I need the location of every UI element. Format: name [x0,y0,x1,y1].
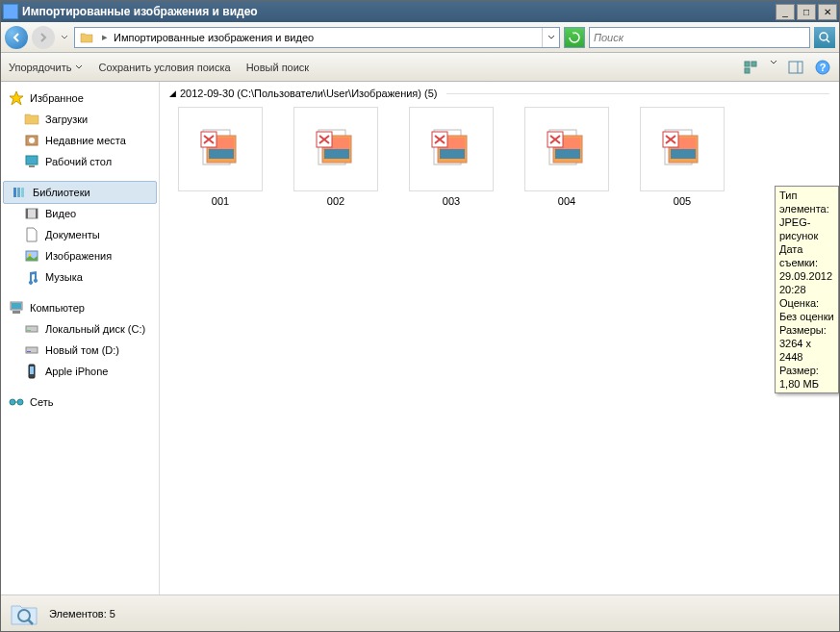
breadcrumb-text[interactable]: Импортированные изображения и видео [112,32,316,43]
sidebar-desktop[interactable]: Рабочий стол [1,151,159,172]
sidebar-computer[interactable]: Компьютер [1,297,159,318]
command-bar: Упорядочить Сохранить условия поиска Нов… [1,53,839,82]
refresh-button[interactable] [564,27,585,48]
image-file-icon [313,126,359,172]
search-input[interactable] [590,32,809,43]
sidebar-favorites[interactable]: Избранное [1,88,159,109]
svg-rect-5 [789,62,802,73]
music-icon [24,269,39,285]
sidebar-downloads[interactable]: Загрузки [1,109,159,130]
file-list-area: ◢ 2012-09-30 (C:\Пользователи\User\Изобр… [160,82,839,594]
network-icon [9,394,24,410]
image-file-icon [197,126,243,172]
libraries-icon [12,185,27,200]
file-thumbnail[interactable]: 004 [523,107,610,207]
sidebar-label: Библиотеки [33,187,90,198]
svg-rect-46 [440,149,465,159]
status-text: Элементов: 5 [49,608,115,619]
folder-icon [79,30,94,45]
search-button[interactable] [814,27,835,48]
back-button[interactable] [5,26,28,49]
svg-rect-17 [26,209,28,218]
sidebar-music[interactable]: Музыка [1,266,159,288]
svg-rect-27 [27,351,31,352]
thumbnail-frame [293,107,378,191]
address-dropdown[interactable] [542,28,559,47]
sidebar-label: Музыка [45,271,83,283]
status-bar: Элементов: 5 [1,594,839,631]
sidebar-label: Изображения [45,250,112,262]
group-header[interactable]: ◢ 2012-09-30 (C:\Пользователи\User\Изобр… [169,88,829,99]
tooltip-line: Оценка: Без оценки [779,296,834,323]
sidebar-label: Документы [45,229,100,240]
file-label: 004 [558,195,575,207]
svg-rect-11 [26,156,38,164]
minimize-button[interactable]: _ [776,4,795,20]
image-file-icon [659,126,705,172]
sidebar-videos[interactable]: Видео [1,203,159,224]
organize-button[interactable]: Упорядочить [9,62,83,73]
svg-rect-51 [555,149,580,159]
address-bar[interactable]: ▸ Импортированные изображения и видео [74,27,560,48]
views-button[interactable] [743,59,760,76]
thumbnail-frame [524,107,609,191]
save-search-button[interactable]: Сохранить условия поиска [98,62,230,73]
sidebar-label: Локальный диск (C:) [45,323,145,335]
svg-rect-36 [209,149,234,159]
tooltip-line: Размер: 1,80 МБ [779,364,834,391]
search-folder-icon [9,598,39,629]
file-label: 001 [212,195,229,207]
sidebar-pictures[interactable]: Изображения [1,245,159,266]
svg-rect-3 [751,62,756,66]
close-button[interactable]: ✕ [818,4,837,20]
forward-button[interactable] [32,26,55,49]
file-tooltip: Тип элемента: JPEG-рисунок Дата съемки: … [775,186,839,393]
thumbnail-frame [409,107,494,191]
sidebar-label: Рабочий стол [45,156,112,167]
svg-rect-4 [745,68,750,73]
sidebar-network[interactable]: Сеть [1,392,159,413]
file-thumbnail[interactable]: 001 [177,107,264,207]
sidebar-label: Загрузки [45,114,88,125]
breadcrumb-separator: ▸ [98,31,112,43]
chevron-down-icon [75,63,83,71]
help-button[interactable]: ? [814,59,831,76]
preview-pane-button[interactable] [787,59,804,76]
sidebar-iphone[interactable]: Apple iPhone [1,361,159,382]
chevron-down-icon[interactable] [770,59,777,66]
sidebar-label: Сеть [30,396,53,408]
sidebar-label: Избранное [30,92,84,104]
sidebar-recent[interactable]: Недавние места [1,130,159,151]
file-label: 002 [327,195,344,207]
new-search-button[interactable]: Новый поиск [246,62,310,73]
phone-icon [24,364,39,379]
collapse-arrow-icon[interactable]: ◢ [169,88,176,98]
thumbnail-frame [178,107,263,191]
folder-icon [24,112,39,127]
group-line [446,93,829,94]
sidebar-documents[interactable]: Документы [1,224,159,245]
svg-line-1 [827,39,829,42]
document-icon [24,227,39,242]
svg-rect-13 [13,188,16,197]
sidebar-new-volume[interactable]: Новый том (D:) [1,340,159,361]
svg-rect-25 [27,330,31,331]
svg-text:?: ? [820,62,827,73]
file-thumbnail[interactable]: 002 [293,107,379,207]
organize-label: Упорядочить [9,62,71,73]
nav-history-dropdown[interactable] [59,26,70,49]
svg-rect-12 [29,165,35,167]
file-label: 003 [443,195,460,207]
maximize-button[interactable]: □ [797,4,816,20]
group-title: 2012-09-30 (C:\Пользователи\User\Изображ… [180,88,437,99]
recent-icon [24,133,39,148]
disk-icon [24,321,39,337]
file-thumbnail[interactable]: 005 [639,107,725,207]
file-thumbnail[interactable]: 003 [408,107,495,207]
sidebar-label: Компьютер [30,302,85,314]
sidebar-label: Недавние места [45,135,126,146]
search-box[interactable] [589,27,810,48]
sidebar-libraries[interactable]: Библиотеки [3,181,157,204]
star-icon [9,90,24,106]
sidebar-local-disk[interactable]: Локальный диск (C:) [1,318,159,340]
